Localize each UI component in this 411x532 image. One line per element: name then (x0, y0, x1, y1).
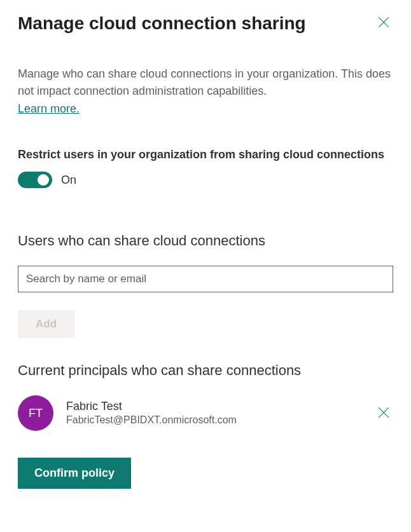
dialog-description: Manage who can share cloud connections i… (18, 65, 393, 100)
principal-email: FabricTest@PBIDXT.onmicrosoft.com (66, 414, 361, 427)
search-input[interactable] (18, 266, 393, 292)
dialog-title: Manage cloud connection sharing (18, 13, 306, 34)
close-icon (378, 17, 389, 30)
principals-section-heading: Current principals who can share connect… (18, 362, 393, 379)
restrict-toggle[interactable] (18, 172, 52, 188)
principal-row: FT Fabric Test FabricTest@PBIDXT.onmicro… (18, 395, 393, 431)
dialog-header: Manage cloud connection sharing (18, 13, 393, 34)
restrict-toggle-label: Restrict users in your organization from… (18, 146, 393, 163)
users-section-heading: Users who can share cloud connections (18, 233, 393, 249)
close-button[interactable] (374, 13, 393, 34)
restrict-toggle-row: On (18, 172, 393, 188)
add-button[interactable]: Add (18, 310, 74, 338)
restrict-toggle-state: On (61, 174, 76, 187)
confirm-policy-button[interactable]: Confirm policy (18, 458, 131, 489)
principal-name: Fabric Test (66, 399, 361, 414)
remove-principal-button[interactable] (374, 403, 393, 424)
close-icon (378, 407, 389, 420)
avatar: FT (18, 395, 53, 431)
learn-more-link[interactable]: Learn more. (18, 102, 80, 116)
principal-info: Fabric Test FabricTest@PBIDXT.onmicrosof… (66, 399, 361, 427)
